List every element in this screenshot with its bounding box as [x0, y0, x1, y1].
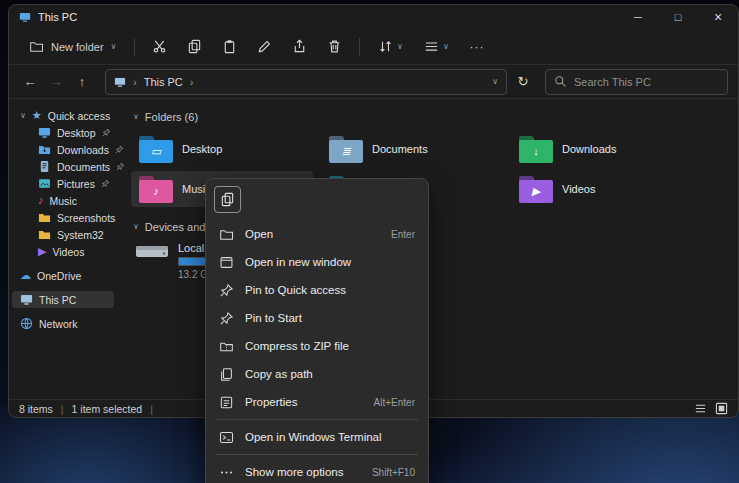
new-window-icon: [219, 255, 234, 270]
this-pc-icon: [114, 76, 126, 88]
new-folder-icon: [29, 39, 44, 54]
play-icon: ▶: [38, 246, 46, 257]
menu-item-pin-to-start[interactable]: Pin to Start: [210, 304, 424, 332]
menu-item-open[interactable]: Open Enter: [210, 220, 424, 248]
folders-section-header[interactable]: ∨ Folders (6): [133, 111, 738, 123]
navigation-pane: ∨ ★ Quick access Desktop Downloads Docum…: [9, 99, 117, 399]
delete-button[interactable]: [318, 33, 351, 61]
zip-folder-icon: [219, 339, 234, 354]
up-button[interactable]: ↑: [71, 70, 93, 94]
terminal-icon: [219, 430, 234, 445]
share-button[interactable]: [283, 33, 316, 61]
sidebar-quick-access[interactable]: ∨ ★ Quick access: [12, 107, 114, 124]
search-box[interactable]: [545, 69, 728, 95]
toolbar-separator: [359, 38, 360, 56]
folder-icon: ≣: [329, 136, 363, 163]
chevron-down-icon: ∨: [20, 112, 26, 120]
sidebar-item-desktop[interactable]: Desktop: [12, 124, 114, 141]
refresh-button[interactable]: ↻: [511, 70, 535, 94]
see-more-button[interactable]: ···: [460, 33, 493, 61]
menu-separator: [216, 454, 418, 455]
menu-item-pin-to-quick-access[interactable]: Pin to Quick access: [210, 276, 424, 304]
folder-icon: ♪: [139, 176, 173, 203]
menu-item-copy-as-path[interactable]: Copy as path: [210, 360, 424, 388]
new-folder-button[interactable]: New folder ∨: [19, 33, 126, 61]
this-pc-icon: [20, 293, 33, 306]
pin-icon: [219, 311, 234, 326]
pin-icon: [102, 128, 111, 137]
properties-icon: [219, 395, 234, 410]
more-options-icon: [219, 465, 234, 480]
menu-item-open-in-windows-terminal[interactable]: Open in Windows Terminal: [210, 423, 424, 451]
folder-icon: ▭: [139, 136, 173, 163]
search-icon: [554, 75, 567, 88]
pin-icon: [101, 179, 110, 188]
copy-path-icon: [219, 367, 234, 382]
sort-button[interactable]: ∨: [368, 33, 412, 61]
sidebar-item-music[interactable]: ♪ Music: [12, 192, 114, 209]
sidebar-item-this-pc[interactable]: This PC: [12, 291, 114, 308]
copy-button[interactable]: [178, 33, 211, 61]
folder-tile-desktop[interactable]: ▭ Desktop: [131, 131, 313, 167]
breadcrumb[interactable]: › This PC › ∨: [105, 69, 507, 95]
menu-item-compress-to-zip[interactable]: Compress to ZIP file: [210, 332, 424, 360]
downloads-icon: [38, 143, 51, 156]
cut-button[interactable]: [143, 33, 176, 61]
rename-button[interactable]: [248, 33, 281, 61]
sidebar-item-network[interactable]: Network: [12, 315, 114, 332]
sidebar-item-onedrive[interactable]: ☁ OneDrive: [12, 267, 114, 284]
details-view-button[interactable]: [694, 402, 707, 415]
folder-name: Documents: [372, 143, 428, 155]
sidebar-item-pictures[interactable]: Pictures: [12, 175, 114, 192]
close-button[interactable]: ×: [698, 5, 738, 29]
folder-icon: [38, 228, 51, 241]
picture-icon: [38, 177, 51, 190]
sidebar-item-videos[interactable]: ▶ Videos: [12, 243, 114, 260]
command-bar: New folder ∨: [9, 29, 738, 65]
sidebar-item-downloads[interactable]: Downloads: [12, 141, 114, 158]
breadcrumb-separator: ›: [190, 76, 194, 88]
back-button[interactable]: ←: [19, 70, 41, 94]
folder-tile-downloads[interactable]: ↓ Downloads: [511, 131, 693, 167]
folder-name: Desktop: [182, 143, 222, 155]
pin-icon: [219, 283, 234, 298]
titlebar[interactable]: This PC ─ □ ×: [9, 5, 738, 29]
search-input[interactable]: [574, 76, 719, 88]
menu-separator: [216, 419, 418, 420]
menu-item-properties[interactable]: Properties Alt+Enter: [210, 388, 424, 416]
folder-name: Downloads: [562, 143, 616, 155]
window-title: This PC: [38, 11, 77, 23]
maximize-button[interactable]: □: [658, 5, 698, 29]
sidebar-item-system32[interactable]: System32: [12, 226, 114, 243]
forward-button[interactable]: →: [45, 70, 67, 94]
network-globe-icon: [20, 317, 33, 330]
chevron-down-icon: ∨: [133, 113, 139, 121]
minimize-button[interactable]: ─: [618, 5, 658, 29]
chevron-down-icon: ∨: [443, 43, 449, 51]
context-menu-quick-actions: [210, 183, 424, 220]
folder-icon: ↓: [519, 136, 553, 163]
context-menu: Open Enter Open in new window Pin to Qui…: [205, 178, 429, 483]
chevron-down-icon: ∨: [111, 43, 117, 51]
menu-item-open-in-new-window[interactable]: Open in new window: [210, 248, 424, 276]
folder-icon: [38, 211, 51, 224]
folder-tile-documents[interactable]: ≣ Documents: [321, 131, 503, 167]
more-icon: ···: [469, 40, 484, 54]
onedrive-cloud-icon: ☁: [20, 270, 31, 281]
sidebar-item-screenshots[interactable]: Screenshots: [12, 209, 114, 226]
copy-button[interactable]: [214, 186, 241, 213]
sidebar-item-documents[interactable]: Documents: [12, 158, 114, 175]
view-button[interactable]: ∨: [414, 33, 458, 61]
paste-button[interactable]: [213, 33, 246, 61]
menu-item-show-more-options[interactable]: Show more options Shift+F10: [210, 458, 424, 483]
open-folder-icon: [219, 227, 234, 242]
address-dropdown-icon[interactable]: ∨: [492, 78, 498, 86]
large-icons-view-button[interactable]: [715, 402, 728, 415]
this-pc-icon: [19, 11, 31, 23]
folder-icon: ▶: [519, 176, 553, 203]
breadcrumb-separator: ›: [133, 76, 137, 88]
breadcrumb-this-pc[interactable]: This PC: [144, 76, 183, 88]
folder-tile-videos[interactable]: ▶ Videos: [511, 171, 693, 207]
quick-access-star-icon: ★: [32, 110, 42, 121]
selection-count: 1 item selected: [72, 403, 143, 415]
